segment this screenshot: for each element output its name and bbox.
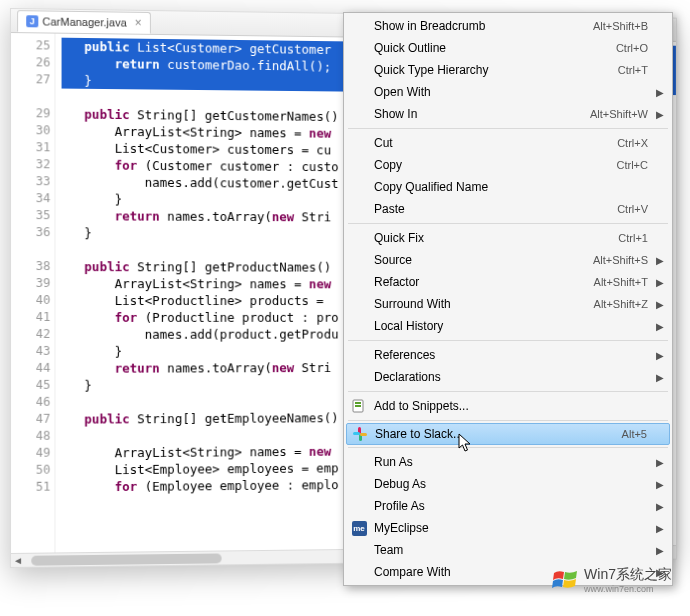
menu-item-label: Quick Type Hierarchy [374, 63, 618, 77]
submenu-arrow-icon: ▶ [656, 87, 664, 98]
menu-item-paste[interactable]: PasteCtrl+V [346, 198, 670, 220]
menu-item-accelerator: Alt+5 [622, 428, 647, 440]
submenu-arrow-icon: ▶ [656, 545, 664, 556]
submenu-arrow-icon: ▶ [656, 501, 664, 512]
menu-item-refactor[interactable]: RefactorAlt+Shift+T▶ [346, 271, 670, 293]
menu-item-label: Quick Fix [374, 231, 618, 245]
line-number-gutter: 25−262729−3031323334353638−3940414243444… [11, 33, 55, 553]
menu-item-label: Open With [374, 85, 652, 99]
line-number: 39 [11, 275, 50, 292]
submenu-arrow-icon: ▶ [656, 255, 664, 266]
editor-tab[interactable]: J CarManager.java × [17, 10, 151, 34]
submenu-arrow-icon: ▶ [656, 299, 664, 310]
menu-item-references[interactable]: References▶ [346, 344, 670, 366]
snippet-icon [351, 398, 367, 414]
line-number: 25− [11, 37, 50, 54]
menu-item-label: Source [374, 253, 593, 267]
menu-item-show-in[interactable]: Show InAlt+Shift+W▶ [346, 103, 670, 125]
line-number: 35 [11, 207, 50, 224]
line-number: 44 [11, 360, 50, 377]
submenu-arrow-icon: ▶ [656, 372, 664, 383]
menu-item-label: Cut [374, 136, 617, 150]
submenu-arrow-icon: ▶ [656, 321, 664, 332]
menu-item-label: Profile As [374, 499, 652, 513]
svg-rect-4 [353, 432, 360, 435]
line-number [11, 88, 50, 105]
menu-separator [348, 447, 668, 448]
menu-item-team[interactable]: Team▶ [346, 539, 670, 561]
menu-item-accelerator: Ctrl+V [617, 203, 648, 215]
menu-item-label: Local History [374, 319, 652, 333]
menu-item-label: Share to Slack... [375, 427, 622, 441]
watermark-text: 系统之家 [616, 566, 672, 582]
line-number: 40 [11, 292, 50, 309]
me-icon: me [351, 520, 367, 536]
menu-item-quick-outline[interactable]: Quick OutlineCtrl+O [346, 37, 670, 59]
context-menu: Show in BreadcrumbAlt+Shift+BQuick Outli… [343, 12, 673, 586]
menu-item-label: Paste [374, 202, 617, 216]
menu-separator [348, 340, 668, 341]
menu-item-debug-as[interactable]: Debug As▶ [346, 473, 670, 495]
menu-item-label: Declarations [374, 370, 652, 384]
java-file-icon: J [26, 15, 38, 27]
menu-item-accelerator: Ctrl+X [617, 137, 648, 149]
watermark-url: www.win7en.com [584, 584, 672, 594]
menu-item-source[interactable]: SourceAlt+Shift+S▶ [346, 249, 670, 271]
menu-item-profile-as[interactable]: Profile As▶ [346, 495, 670, 517]
submenu-arrow-icon: ▶ [656, 523, 664, 534]
menu-item-label: MyEclipse [374, 521, 652, 535]
line-number [11, 241, 50, 258]
menu-item-label: Show in Breadcrumb [374, 19, 593, 33]
line-number: 47− [11, 411, 50, 428]
menu-item-quick-fix[interactable]: Quick FixCtrl+1 [346, 227, 670, 249]
line-number: 29− [11, 105, 50, 122]
line-number: 41 [11, 309, 50, 326]
menu-item-surround-with[interactable]: Surround WithAlt+Shift+Z▶ [346, 293, 670, 315]
menu-item-show-in-breadcrumb[interactable]: Show in BreadcrumbAlt+Shift+B [346, 15, 670, 37]
menu-item-add-to-snippets[interactable]: Add to Snippets... [346, 395, 670, 417]
menu-item-accelerator: Alt+Shift+Z [594, 298, 648, 310]
menu-item-accelerator: Ctrl+T [618, 64, 648, 76]
menu-item-local-history[interactable]: Local History▶ [346, 315, 670, 337]
line-number: 27 [11, 71, 50, 88]
line-number: 42 [11, 326, 50, 343]
menu-item-myeclipse[interactable]: meMyEclipse▶ [346, 517, 670, 539]
menu-item-run-as[interactable]: Run As▶ [346, 451, 670, 473]
menu-item-accelerator: Ctrl+1 [618, 232, 648, 244]
svg-rect-1 [355, 402, 361, 404]
menu-separator [348, 420, 668, 421]
menu-item-label: References [374, 348, 652, 362]
menu-item-quick-type-hierarchy[interactable]: Quick Type HierarchyCtrl+T [346, 59, 670, 81]
menu-item-label: Refactor [374, 275, 594, 289]
menu-item-label: Surround With [374, 297, 594, 311]
menu-item-label: Quick Outline [374, 41, 616, 55]
menu-item-copy-qualified-name[interactable]: Copy Qualified Name [346, 176, 670, 198]
menu-item-declarations[interactable]: Declarations▶ [346, 366, 670, 388]
scrollbar-thumb[interactable] [31, 553, 221, 565]
menu-item-cut[interactable]: CutCtrl+X [346, 132, 670, 154]
line-number: 32 [11, 156, 50, 173]
scroll-left-icon[interactable]: ◄ [11, 554, 25, 568]
line-number: 34 [11, 190, 50, 207]
line-number: 30 [11, 122, 50, 139]
line-number: 46 [11, 394, 50, 411]
line-number: 45 [11, 377, 50, 394]
svg-rect-6 [360, 433, 367, 436]
close-icon[interactable]: × [135, 16, 142, 30]
line-number: 38− [11, 258, 50, 275]
line-number: 36 [11, 224, 50, 241]
line-number: 31 [11, 139, 50, 156]
tab-filename: CarManager.java [42, 15, 126, 28]
submenu-arrow-icon: ▶ [656, 457, 664, 468]
menu-item-accelerator: Alt+Shift+W [590, 108, 648, 120]
watermark-prefix: Win7 [584, 566, 616, 582]
menu-item-copy[interactable]: CopyCtrl+C [346, 154, 670, 176]
menu-item-label: Debug As [374, 477, 652, 491]
line-number: 33 [11, 173, 50, 190]
menu-separator [348, 223, 668, 224]
menu-item-open-with[interactable]: Open With▶ [346, 81, 670, 103]
menu-separator [348, 391, 668, 392]
menu-item-label: Copy Qualified Name [374, 180, 652, 194]
menu-item-share-to-slack[interactable]: Share to Slack...Alt+5 [346, 423, 670, 445]
line-number: 51 [11, 479, 50, 496]
